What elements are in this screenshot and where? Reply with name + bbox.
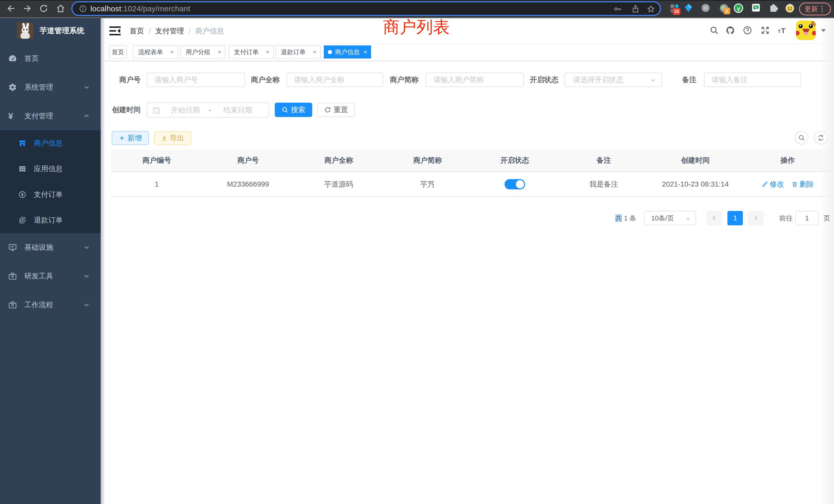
col-status: 开启状态 xyxy=(471,156,558,165)
merchant-short-name-input[interactable] xyxy=(426,73,524,87)
goto-page-input[interactable] xyxy=(795,211,818,225)
page-unit-label: 页 xyxy=(824,211,830,225)
reload-icon[interactable] xyxy=(39,4,48,13)
status-select[interactable]: 请选择开启状态 xyxy=(564,73,662,87)
tab-label: 首页 xyxy=(112,48,124,56)
update-label: 更新 xyxy=(805,5,818,14)
tab-merchant-info[interactable]: 商户信息✕ xyxy=(324,45,371,59)
puzzle-extensions-icon[interactable] xyxy=(769,3,778,13)
font-size-icon[interactable]: TT xyxy=(777,26,787,35)
sidebar-item-refund-order[interactable]: 退款订单 xyxy=(0,207,101,233)
reset-button[interactable]: 重置 xyxy=(317,102,355,117)
sidebar-logo[interactable]: 芋道管理系统 xyxy=(0,22,101,39)
add-button[interactable]: 新增 xyxy=(112,131,149,145)
url-host: localhost xyxy=(90,4,121,13)
bookmark-star-icon[interactable] xyxy=(646,5,655,13)
filter-label-remark: 备注 xyxy=(682,73,697,87)
site-info-icon[interactable] xyxy=(79,5,87,13)
caret-down-icon[interactable] xyxy=(821,29,826,32)
create-time-range-picker[interactable]: 开始日期 - 结束日期 xyxy=(147,102,269,117)
status-select-placeholder: 请选择开启状态 xyxy=(573,75,623,85)
notification-extension-icon[interactable]: 1 xyxy=(719,3,729,13)
breadcrumb-home[interactable]: 首页 xyxy=(130,26,144,36)
delete-label: 删除 xyxy=(799,179,814,189)
browser-menu-icon[interactable] xyxy=(821,6,823,12)
sidebar-item-merchant-info[interactable]: 商户信息 xyxy=(0,130,101,156)
github-icon[interactable] xyxy=(726,26,735,35)
col-operations: 操作 xyxy=(741,156,834,165)
export-button[interactable]: 导出 xyxy=(154,131,191,145)
yen-icon: ¥ xyxy=(8,112,17,120)
extension-badge: 10 xyxy=(673,8,680,15)
svg-text:y: y xyxy=(737,6,740,11)
documents-icon xyxy=(19,216,26,224)
merchant-full-name-input[interactable] xyxy=(286,73,383,87)
status-toggle[interactable] xyxy=(505,179,525,189)
cell-merchant-no: M233666999 xyxy=(203,180,293,188)
fullscreen-icon[interactable] xyxy=(761,26,770,35)
goto-label: 前往 xyxy=(779,211,793,225)
sidebar-item-label: 支付订单 xyxy=(34,190,63,199)
close-icon[interactable]: ✕ xyxy=(266,50,270,54)
command-extension-icon[interactable]: ⌘ xyxy=(701,3,710,13)
emoji-avatar-icon[interactable] xyxy=(785,3,795,13)
reset-button-label: 重置 xyxy=(333,105,348,115)
prev-page-button[interactable] xyxy=(706,211,722,225)
sidebar-item-label: 工作流程 xyxy=(24,300,53,310)
sidebar-item-app-info[interactable]: 应用信息 xyxy=(0,156,101,182)
forward-icon[interactable] xyxy=(22,4,32,13)
kite-extension-icon[interactable] xyxy=(683,3,693,14)
url-bar[interactable]: localhost:1024/pay/merchant xyxy=(71,1,661,16)
col-merchant-id: 商户编号 xyxy=(111,156,203,165)
cell-merchant-id: 1 xyxy=(111,180,203,188)
tab-refund-order[interactable]: 退款订单✕ xyxy=(276,45,321,59)
close-icon[interactable]: ✕ xyxy=(313,50,316,54)
sidebar-item-infrastructure[interactable]: 基础设施 xyxy=(0,233,101,262)
y-extension-icon[interactable]: y xyxy=(733,3,744,13)
sidebar-item-dev-tools[interactable]: 研发工具 xyxy=(0,262,101,291)
hamburger-icon[interactable] xyxy=(109,26,121,36)
sidebar-item-workflow[interactable]: 工作流程 xyxy=(0,291,101,319)
edit-link[interactable]: 修改 xyxy=(762,179,784,189)
password-key-icon[interactable] xyxy=(613,5,622,13)
merchant-no-input[interactable] xyxy=(147,73,245,87)
chat-extension-icon[interactable] xyxy=(751,3,761,13)
home-icon[interactable] xyxy=(56,4,65,13)
tab-user-group[interactable]: 用户分组✕ xyxy=(180,45,225,59)
sidebar-item-home[interactable]: 首页 xyxy=(0,44,101,73)
close-icon[interactable]: ✕ xyxy=(363,50,367,54)
refresh-button[interactable] xyxy=(814,131,828,144)
col-create-time: 创建时间 xyxy=(650,156,741,165)
current-page-button[interactable]: 1 xyxy=(727,211,743,225)
browser-update-button[interactable]: 更新 xyxy=(799,3,831,16)
avatar[interactable] xyxy=(796,21,816,40)
tab-pay-order[interactable]: 支付订单✕ xyxy=(228,45,274,59)
search-button[interactable]: 搜索 xyxy=(275,102,312,117)
chrome-top-edge xyxy=(0,0,834,1)
svg-text:⌘: ⌘ xyxy=(703,5,708,11)
pagination-total: 共1 条 xyxy=(615,211,636,225)
back-icon[interactable] xyxy=(6,4,16,13)
delete-link[interactable]: 删除 xyxy=(791,179,814,189)
search-icon[interactable] xyxy=(709,26,719,35)
breadcrumb-payment[interactable]: 支付管理 xyxy=(155,26,184,36)
sidebar-item-payment[interactable]: ¥ 支付管理 xyxy=(0,101,101,130)
remark-input[interactable] xyxy=(704,73,801,87)
tab-label: 支付订单 xyxy=(234,48,259,56)
extension-grid-icon[interactable]: 10 xyxy=(669,3,680,14)
close-icon[interactable]: ✕ xyxy=(170,50,174,54)
sidebar-item-pay-order[interactable]: 支付订单 xyxy=(0,182,101,207)
sidebar-item-label: 支付管理 xyxy=(24,111,53,121)
close-icon[interactable]: ✕ xyxy=(218,50,221,54)
tab-process-form[interactable]: 流程表单✕ xyxy=(133,45,178,59)
help-icon[interactable] xyxy=(743,26,752,35)
col-merchant-no: 商户号 xyxy=(203,156,293,165)
filter-label-create-time: 创建时间 xyxy=(112,102,141,117)
page-size-select[interactable]: 10条/页 xyxy=(644,211,696,225)
tab-home[interactable]: 首页 xyxy=(109,45,127,59)
yen-circle-icon xyxy=(19,191,26,198)
share-icon[interactable] xyxy=(631,5,640,13)
sidebar-item-system[interactable]: 系统管理 xyxy=(0,73,101,101)
next-page-button[interactable] xyxy=(748,211,764,225)
show-search-toggle-button[interactable] xyxy=(795,131,808,144)
